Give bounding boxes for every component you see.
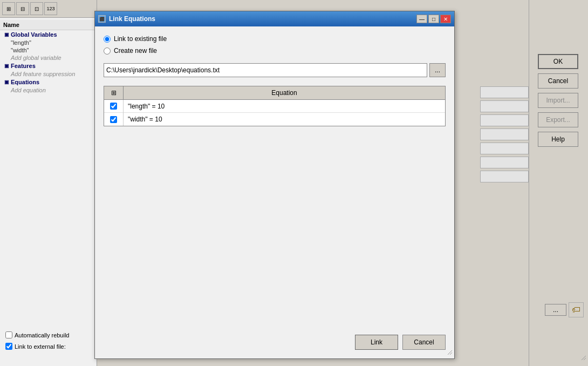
tree-action-add-global[interactable]: Add global variable bbox=[0, 54, 97, 62]
browse-icon: ... bbox=[435, 66, 440, 74]
app-right-panel: OK Cancel Import... Export... Help ... 🏷 bbox=[529, 0, 588, 366]
equation-column-header: Equation bbox=[124, 87, 445, 99]
cancel-button-right[interactable]: Cancel bbox=[538, 73, 578, 89]
resize-handle bbox=[579, 354, 586, 362]
radio-link-existing-label: Link to existing file bbox=[114, 35, 167, 43]
dialog-resize-handle[interactable] bbox=[446, 348, 452, 356]
left-toolbar: ⊞ ⊟ ⊡ 123 bbox=[0, 0, 97, 18]
dialog-title-left: ⬛ Link Equations bbox=[98, 15, 155, 23]
equations-label: Equations bbox=[11, 79, 39, 85]
toolbar-btn-4[interactable]: 123 bbox=[44, 2, 57, 15]
eq-check-cell-1 bbox=[104, 100, 124, 113]
dialog-footer: Link Cancel bbox=[355, 335, 446, 350]
dialog-content: Link to existing file Create new file ..… bbox=[95, 26, 454, 135]
tree-section-equations[interactable]: ▣ Equations bbox=[0, 78, 97, 86]
right-icon-btn[interactable]: 🏷 bbox=[569, 302, 584, 317]
equations-table-wrapper: ⊞ Equation "length" = 10 "width" = 10 bbox=[104, 86, 446, 126]
right-browse-label: ... bbox=[553, 306, 558, 314]
import-button[interactable]: Import... bbox=[538, 93, 578, 108]
ok-button[interactable]: OK bbox=[538, 54, 578, 69]
dialog-title-text: Link Equations bbox=[109, 15, 155, 23]
equations-table-header: ⊞ Equation bbox=[104, 86, 445, 100]
maximize-button[interactable]: □ bbox=[428, 15, 439, 23]
auto-rebuild-label: Automatically rebuild bbox=[15, 332, 70, 338]
collapse-equations-icon: ▣ bbox=[4, 79, 9, 85]
collapse-features-icon: ▣ bbox=[4, 63, 9, 69]
auto-rebuild-row: Automatically rebuild bbox=[5, 331, 70, 338]
tree-item-length[interactable]: "length" bbox=[0, 39, 97, 46]
left-panel: ⊞ ⊟ ⊡ 123 Name ▣ Global Variables "lengt… bbox=[0, 0, 97, 366]
dialog-window: ⬛ Link Equations — □ ✕ Link to existing … bbox=[94, 11, 455, 359]
dialog-app-icon: ⬛ bbox=[98, 15, 106, 23]
svg-line-0 bbox=[582, 356, 586, 360]
global-variables-label: Global Variables bbox=[11, 31, 57, 38]
tree-view: Name ▣ Global Variables "length" "width"… bbox=[0, 18, 97, 96]
dialog-window-controls: — □ ✕ bbox=[416, 15, 451, 23]
maximize-icon: □ bbox=[432, 16, 435, 22]
export-button[interactable]: Export... bbox=[538, 112, 578, 127]
collapse-global-icon: ▣ bbox=[4, 32, 9, 37]
help-button[interactable]: Help bbox=[538, 132, 578, 147]
radio-link-existing[interactable] bbox=[104, 36, 111, 43]
eq-checkbox-2[interactable] bbox=[110, 116, 117, 123]
tree-section-global[interactable]: ▣ Global Variables bbox=[0, 30, 97, 39]
toolbar-btn-1[interactable]: ⊞ bbox=[2, 2, 15, 15]
close-button[interactable]: ✕ bbox=[440, 15, 451, 23]
link-external-label: Link to external file: bbox=[15, 343, 66, 350]
minimize-icon: — bbox=[419, 16, 425, 22]
eq-value-cell-1: "length" = 10 bbox=[124, 101, 445, 111]
eq-header-icon-cell: ⊞ bbox=[104, 86, 124, 99]
link-external-row: Link to external file: bbox=[5, 343, 70, 350]
eq-value-cell-2: "width" = 10 bbox=[124, 114, 445, 124]
auto-rebuild-checkbox[interactable] bbox=[5, 331, 12, 338]
filepath-row: ... bbox=[104, 63, 446, 77]
dialog-titlebar: ⬛ Link Equations — □ ✕ bbox=[95, 11, 454, 26]
right-browse-button[interactable]: ... bbox=[545, 304, 566, 316]
eq-checkbox-1[interactable] bbox=[110, 103, 117, 110]
mid-right-strip bbox=[480, 86, 529, 185]
filepath-input[interactable] bbox=[104, 63, 427, 77]
radio-create-new[interactable] bbox=[104, 48, 111, 55]
radio-link-existing-row: Link to existing file bbox=[104, 35, 446, 43]
eq-header-icon: ⊞ bbox=[111, 89, 117, 97]
svg-line-3 bbox=[450, 353, 452, 355]
tree-item-width[interactable]: "width" bbox=[0, 46, 97, 54]
svg-line-1 bbox=[584, 358, 586, 360]
close-icon: ✕ bbox=[443, 16, 448, 22]
radio-group: Link to existing file Create new file bbox=[104, 35, 446, 55]
link-external-checkbox[interactable] bbox=[5, 343, 12, 350]
tree-name-header: Name bbox=[0, 20, 97, 30]
toolbar-btn-2[interactable]: ⊟ bbox=[16, 2, 29, 15]
tree-section-features[interactable]: ▣ Features bbox=[0, 62, 97, 70]
eq-check-cell-2 bbox=[104, 113, 124, 126]
cancel-button-dialog[interactable]: Cancel bbox=[402, 335, 446, 350]
link-button[interactable]: Link bbox=[355, 335, 398, 350]
tree-action-add-feature[interactable]: Add feature suppression bbox=[0, 70, 97, 78]
table-row: "length" = 10 bbox=[104, 100, 445, 113]
features-label: Features bbox=[11, 63, 36, 69]
svg-line-2 bbox=[448, 350, 452, 355]
tree-action-add-equation[interactable]: Add equation bbox=[0, 86, 97, 94]
right-icon: 🏷 bbox=[572, 305, 580, 315]
radio-create-new-row: Create new file bbox=[104, 47, 446, 55]
radio-create-new-label: Create new file bbox=[114, 47, 157, 55]
browse-button[interactable]: ... bbox=[429, 63, 446, 77]
bottom-left-area: Automatically rebuild Link to external f… bbox=[5, 331, 70, 350]
dialog-icon-symbol: ⬛ bbox=[99, 17, 105, 22]
table-row: "width" = 10 bbox=[104, 113, 445, 126]
toolbar-btn-3[interactable]: ⊡ bbox=[30, 2, 43, 15]
minimize-button[interactable]: — bbox=[416, 15, 427, 23]
